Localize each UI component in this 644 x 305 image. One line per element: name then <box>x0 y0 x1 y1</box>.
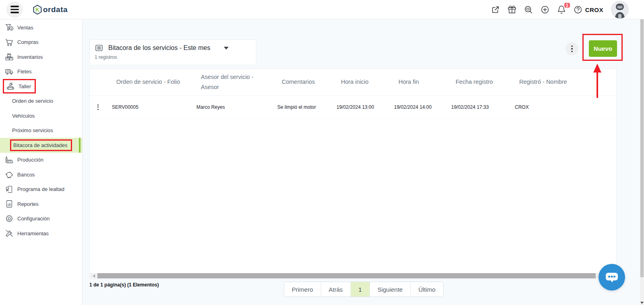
user-name: CROX <box>585 6 603 13</box>
sidebar-item-programa-de-lealtad[interactable]: Programa de lealtad <box>0 182 82 197</box>
sidebar-item-content: Programa de lealtad <box>5 185 64 194</box>
sidebar-item-vehiculos[interactable]: Vehículos <box>0 108 82 123</box>
sidebar-item-orden-de-servicio[interactable]: Orden de servicio <box>0 94 82 109</box>
certificate-icon <box>5 185 14 194</box>
sidebar-item-proximo-servicios[interactable]: Próximo servicios <box>0 123 82 138</box>
view-selector[interactable]: Bitacora de los servicios - Este mes 1 r… <box>89 39 256 65</box>
pagination-button-siguiente[interactable]: Siguiente <box>369 282 411 297</box>
help-icon[interactable] <box>574 5 582 14</box>
search-icon[interactable] <box>524 5 533 14</box>
sidebar-item-content: Próximo servicios <box>12 127 53 133</box>
topbar-actions: 1 CROX <box>491 0 629 19</box>
pagination-summary: 1 de 1 página(s) (1 Elementos) <box>89 282 159 288</box>
sidebar-item-reportes[interactable]: Reportes <box>0 197 82 212</box>
sidebar-nav: $VentasComprasInventariosFletesTallerOrd… <box>0 19 83 305</box>
sidebar-item-label: Bancos <box>17 172 35 178</box>
funnel-dollar-icon: $ <box>5 23 14 32</box>
sidebar-item-content: Herramientas <box>5 229 49 238</box>
sidebar-item-content: Bancos <box>5 170 35 179</box>
piggy-bank-icon <box>5 170 14 179</box>
table-body: SERV00005Marco ReyesSe limpió el motor19… <box>90 96 616 118</box>
vertical-scrollbar-thumb[interactable] <box>640 19 644 277</box>
avatar[interactable] <box>611 1 629 19</box>
column-header: Fecha registro <box>447 77 510 87</box>
logo-text: ordata <box>43 5 68 14</box>
sidebar-item-fletes[interactable]: Fletes <box>0 64 82 79</box>
sidebar-item-label: Configuración <box>17 216 50 222</box>
column-header: Hora inicio <box>332 77 390 87</box>
factory-icon <box>5 156 14 164</box>
sidebar-item-bancos[interactable]: Bancos <box>0 167 82 182</box>
pagination-button-primero[interactable]: Primero <box>284 282 321 297</box>
table-row: SERV00005Marco ReyesSe limpió el motor19… <box>90 96 616 118</box>
horizontal-scrollbar-thumb[interactable] <box>97 273 596 278</box>
scroll-left-icon[interactable] <box>90 273 97 278</box>
gear-icon <box>5 214 14 223</box>
sidebar-item-ventas[interactable]: $Ventas <box>0 20 82 35</box>
sidebar-item-label: Bitacora de actividades <box>13 142 67 148</box>
cart-icon <box>5 38 14 47</box>
sidebar-item-inventarios[interactable]: Inventarios <box>0 50 82 64</box>
vertical-scrollbar[interactable] <box>640 19 644 305</box>
sidebar-item-label: Reportes <box>17 201 39 207</box>
app-logo[interactable]: K ordata <box>32 4 68 15</box>
topbar: K ordata 1 CROX <box>0 0 644 19</box>
sidebar-item-content: Producción <box>5 156 43 164</box>
external-link-icon[interactable] <box>491 5 500 14</box>
horizontal-scrollbar[interactable] <box>90 273 616 278</box>
sidebar-item-content: Vehículos <box>12 113 35 119</box>
chevron-down-icon[interactable] <box>224 47 229 50</box>
more-options-button[interactable] <box>566 42 578 55</box>
table-cell: 19/02/2024 14:00 <box>390 104 447 110</box>
table-header-row: Orden de servicio - FolioAsesor del serv… <box>90 69 616 96</box>
row-more-options-icon[interactable] <box>93 103 103 112</box>
hamburger-menu-icon[interactable] <box>6 2 23 18</box>
notification-badge: 1 <box>564 2 571 8</box>
chat-bubble-icon <box>604 270 619 285</box>
sidebar-item-label: Vehículos <box>12 113 35 119</box>
sidebar-item-content: Fletes <box>5 67 31 76</box>
sidebar-item-herramientas[interactable]: Herramientas <box>0 226 82 241</box>
sidebar-item-produccion[interactable]: Producción <box>0 153 82 168</box>
new-button[interactable]: Nuevo <box>589 40 617 57</box>
sidebar-item-configuracion[interactable]: Configuración <box>0 212 82 226</box>
sidebar-item-label: Fletes <box>17 68 31 75</box>
sidebar-item-bitacora-de-actividades[interactable]: Bitacora de actividades <box>0 138 82 153</box>
sidebar-item-content: Orden de servicio <box>12 98 53 104</box>
sidebar-item-content: $Ventas <box>5 23 33 32</box>
chat-button[interactable] <box>599 264 625 290</box>
records-table: Orden de servicio - FolioAsesor del serv… <box>89 68 617 279</box>
table-cell: SERV00005 <box>107 104 192 110</box>
plus-circle-icon[interactable] <box>541 5 549 14</box>
annotation-box-bitacora-de-actividades: Bitacora de actividades <box>10 139 72 151</box>
pagination-button-1[interactable]: 1 <box>351 282 369 297</box>
column-header: Comentarios <box>273 77 332 87</box>
bell-icon[interactable]: 1 <box>557 5 566 14</box>
sidebar-item-compras[interactable]: Compras <box>0 35 82 50</box>
sidebar-item-taller[interactable]: Taller <box>0 79 82 94</box>
sidebar-item-label: Producción <box>17 157 43 163</box>
sidebar-item-label: Programa de lealtad <box>17 186 64 192</box>
row-actions-cell <box>90 103 107 112</box>
table-cell: 19/02/2024 13:00 <box>332 104 390 110</box>
gift-icon[interactable] <box>508 5 516 14</box>
view-selector-title: Bitacora de los servicios - Este mes <box>108 44 210 52</box>
sidebar-item-content: Reportes <box>5 199 39 208</box>
sidebar-item-label: Herramientas <box>17 230 49 237</box>
sidebar-item-label: Próximo servicios <box>12 127 53 133</box>
sidebar-item-content: Inventarios <box>5 52 43 61</box>
annotation-box-taller: Taller <box>3 79 36 93</box>
boxes-icon <box>5 52 14 61</box>
scroll-down-icon <box>640 302 644 304</box>
report-icon <box>5 199 14 208</box>
list-view-icon <box>95 44 103 52</box>
pagination-button-ultimo[interactable]: Último <box>410 282 443 297</box>
sidebar-item-label: Compras <box>17 39 39 45</box>
table-cell: CROX <box>510 104 616 110</box>
svg-text:K: K <box>35 6 39 13</box>
table-cell: 19/02/2024 17:33 <box>447 104 510 110</box>
tools-icon <box>5 229 14 238</box>
sidebar-item-label: Inventarios <box>17 54 43 60</box>
column-header: Asesor del servicio - Asesor <box>192 72 273 93</box>
pagination-button-atras[interactable]: Atrás <box>321 282 351 297</box>
